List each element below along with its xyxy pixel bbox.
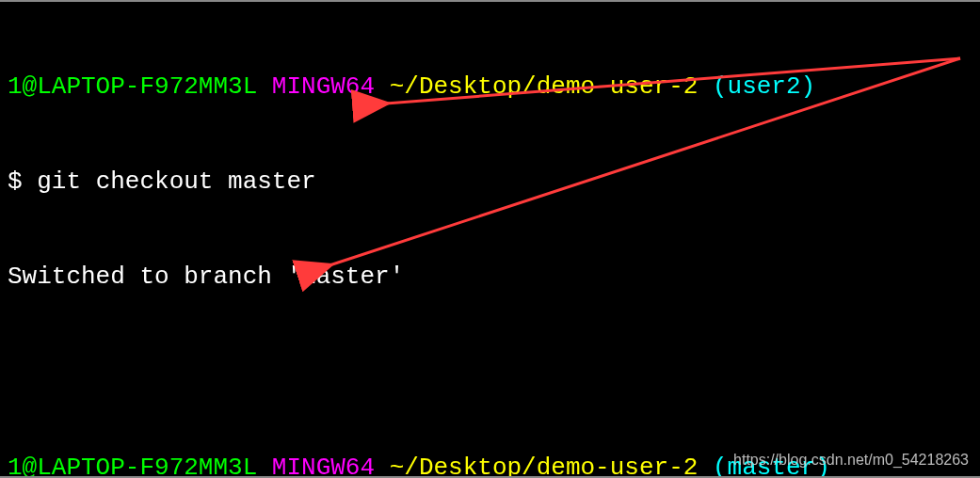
user-host-1: 1@LAPTOP-F972MM3L [8,72,257,101]
command-text-1: git checkout master [37,167,315,196]
user-host-2: 1@LAPTOP-F972MM3L [8,454,257,478]
command-line-1: $ git checkout master [8,167,980,199]
cwd-2: ~/Desktop/demo-user-2 [390,454,699,478]
blank-line [8,358,980,390]
output-switched: Switched to branch 'master' [8,262,980,294]
shell-env-1: MINGW64 [272,72,375,101]
watermark: https://blog.csdn.net/m0_54218263 [733,451,969,470]
terminal-output: 1@LAPTOP-F972MM3L MINGW64 ~/Desktop/demo… [8,8,980,478]
prompt-line-1: 1@LAPTOP-F972MM3L MINGW64 ~/Desktop/demo… [8,72,980,104]
cwd-1: ~/Desktop/demo-user-2 [390,72,699,101]
branch-indicator-1: (user2) [713,72,815,101]
prompt-symbol-1: $ [8,167,37,196]
shell-env-2: MINGW64 [272,454,375,478]
